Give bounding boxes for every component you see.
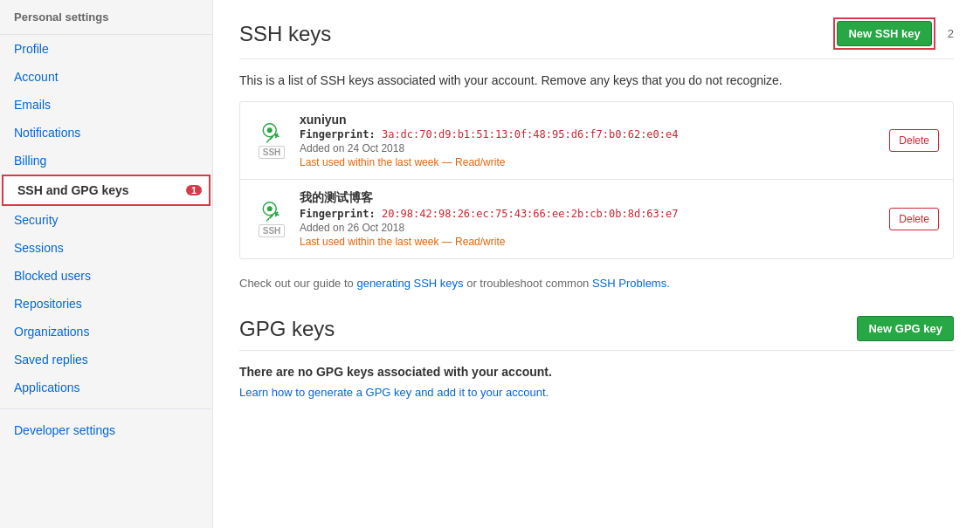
sidebar-link-ssh-gpg[interactable]: SSH and GPG keys — [3, 176, 186, 204]
sidebar-link-profile[interactable]: Profile — [0, 35, 212, 63]
main-content: SSH keys New SSH key 2 This is a list of… — [213, 0, 980, 528]
delete-key-1-button[interactable]: Delete — [889, 129, 939, 152]
sidebar-link-emails[interactable]: Emails — [0, 91, 212, 119]
fingerprint-label-1: Fingerprint: — [300, 128, 376, 141]
new-ssh-btn-wrapper: New SSH key — [833, 17, 935, 50]
ssh-label: SSH — [259, 146, 286, 159]
ssh-section-header: SSH keys New SSH key 2 — [239, 17, 954, 59]
key-icon — [261, 123, 282, 144]
footer-prefix: Check out our guide to — [239, 277, 356, 290]
new-gpg-key-button[interactable]: New GPG key — [857, 316, 954, 341]
footer-suffix: . — [666, 277, 670, 290]
sidebar-item-sessions[interactable]: Sessions — [0, 234, 212, 262]
sidebar-item-repositories[interactable]: Repositories — [0, 290, 212, 318]
sidebar-link-applications[interactable]: Applications — [0, 374, 212, 401]
ssh-key-count: 2 — [948, 27, 954, 40]
sidebar: Personal settings Profile Account Emails… — [0, 0, 213, 528]
sidebar-item-organizations[interactable]: Organizations — [0, 318, 212, 346]
key-added-1: Added on 24 Oct 2018 — [300, 142, 889, 154]
ssh-description: This is a list of SSH keys associated wi… — [239, 73, 954, 87]
key-fingerprint-1: Fingerprint: 3a:dc:70:d9:b1:51:13:0f:48:… — [300, 128, 889, 141]
key-fingerprint-2: Fingerprint: 20:98:42:98:26:ec:75:43:66:… — [300, 208, 889, 220]
sidebar-developer[interactable]: Developer settings — [0, 416, 212, 444]
ssh-section-title: SSH keys — [239, 22, 331, 46]
sidebar-link-billing[interactable]: Billing — [0, 147, 212, 175]
ssh-section: SSH keys New SSH key 2 This is a list of… — [239, 17, 954, 290]
sidebar-item-saved-replies[interactable]: Saved replies — [0, 346, 212, 374]
sidebar-link-blocked-users[interactable]: Blocked users — [0, 262, 212, 290]
key-icon-inner-2: SSH — [254, 202, 289, 237]
generating-ssh-keys-link[interactable]: generating SSH keys — [356, 277, 463, 290]
sidebar-link-notifications[interactable]: Notifications — [0, 119, 212, 147]
key-icon-2 — [261, 202, 282, 223]
delete-key-2-button[interactable]: Delete — [889, 208, 939, 230]
ssh-problems-link[interactable]: SSH Problems — [592, 277, 666, 290]
fingerprint-label-2: Fingerprint: — [300, 208, 376, 220]
sidebar-item-security[interactable]: Security — [0, 206, 212, 234]
key-icon-inner: SSH — [254, 123, 289, 159]
sidebar-item-emails[interactable]: Emails — [0, 91, 212, 119]
sidebar-link-repositories[interactable]: Repositories — [0, 290, 212, 318]
active-item-box: SSH and GPG keys 1 — [2, 175, 210, 206]
sidebar-link-sessions[interactable]: Sessions — [0, 234, 212, 262]
footer-middle: or troubleshoot common — [464, 277, 592, 290]
key-details-2: 我的测试博客 Fingerprint: 20:98:42:98:26:ec:75… — [300, 190, 889, 248]
key-used-1: Last used within the last week — Read/wr… — [300, 156, 889, 168]
gpg-learn-link[interactable]: Learn how to generate a GPG key and add … — [239, 386, 549, 399]
sidebar-item-notifications[interactable]: Notifications — [0, 119, 212, 147]
sidebar-link-organizations[interactable]: Organizations — [0, 318, 212, 346]
key-icon-wrapper-2: SSH — [254, 202, 289, 237]
sidebar-item-ssh-gpg[interactable]: SSH and GPG keys 1 — [0, 175, 212, 206]
new-ssh-key-button[interactable]: New SSH key — [837, 21, 931, 46]
sidebar-item-account[interactable]: Account — [0, 63, 212, 91]
key-icon-wrapper: SSH — [254, 123, 289, 159]
sidebar-item-applications[interactable]: Applications — [0, 374, 212, 401]
key-used-2: Last used within the last week — Read/wr… — [300, 236, 889, 248]
ssh-footer-note: Check out our guide to generating SSH ke… — [239, 277, 954, 290]
ssh-gpg-badge: 1 — [186, 185, 202, 195]
key-name-2: 我的测试博客 — [300, 190, 889, 206]
sidebar-item-billing[interactable]: Billing — [0, 147, 212, 175]
sidebar-divider — [0, 408, 212, 409]
fingerprint-value-1: 3a:dc:70:d9:b1:51:13:0f:48:95:d6:f7:b0:6… — [382, 128, 679, 141]
gpg-header-row: GPG keys New GPG key — [239, 316, 954, 351]
sidebar-link-account[interactable]: Account — [0, 63, 212, 91]
gpg-empty-text: There are no GPG keys associated with yo… — [239, 365, 954, 379]
ssh-header-right: New SSH key 2 — [833, 17, 954, 50]
fingerprint-value-2: 20:98:42:98:26:ec:75:43:66:ee:2b:cb:0b:8… — [382, 208, 679, 220]
sidebar-link-saved-replies[interactable]: Saved replies — [0, 346, 212, 374]
key-name-1: xuniyun — [300, 113, 889, 127]
table-row: SSH 我的测试博客 Fingerprint: 20:98:42:98:26:e… — [240, 180, 953, 258]
sidebar-header: Personal settings — [0, 0, 212, 35]
sidebar-link-security[interactable]: Security — [0, 206, 212, 234]
gpg-learn-text: Learn how to generate a GPG key and add … — [239, 386, 954, 399]
key-action-1: Delete — [889, 129, 939, 152]
gpg-section: GPG keys New GPG key There are no GPG ke… — [239, 316, 954, 399]
sidebar-nav: Profile Account Emails Notifications Bil… — [0, 35, 212, 401]
developer-settings-link[interactable]: Developer settings — [14, 423, 115, 437]
table-row: SSH xuniyun Fingerprint: 3a:dc:70:d9:b1:… — [240, 102, 953, 180]
gpg-section-title: GPG keys — [239, 317, 335, 341]
sidebar-item-profile[interactable]: Profile — [0, 35, 212, 63]
ssh-label-2: SSH — [259, 224, 286, 237]
sidebar-item-blocked-users[interactable]: Blocked users — [0, 262, 212, 290]
key-details-1: xuniyun Fingerprint: 3a:dc:70:d9:b1:51:1… — [300, 113, 889, 168]
key-added-2: Added on 26 Oct 2018 — [300, 222, 889, 234]
key-action-2: Delete — [889, 208, 939, 230]
ssh-key-list: SSH xuniyun Fingerprint: 3a:dc:70:d9:b1:… — [239, 101, 954, 259]
